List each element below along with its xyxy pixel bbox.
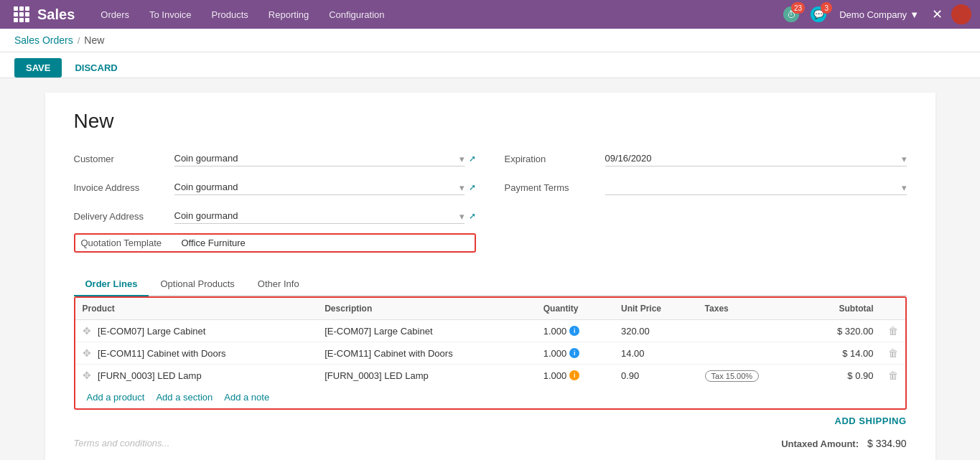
close-button[interactable]: ✕ <box>929 4 946 25</box>
apps-grid-button[interactable] <box>9 1 34 27</box>
save-button[interactable]: SAVE <box>14 58 62 78</box>
th-subtotal: Subtotal <box>803 298 880 320</box>
customer-field: ➚ <box>174 151 476 166</box>
delivery-address-external-link-icon[interactable]: ➚ <box>469 211 476 221</box>
delete-row-icon-2[interactable]: 🗑 <box>888 370 898 381</box>
customer-select-wrapper <box>174 151 465 166</box>
cell-subtotal-1: $ 14.00 <box>803 342 880 365</box>
drag-handle-1[interactable]: ✥ <box>83 347 91 359</box>
svg-point-1 <box>954 17 969 24</box>
tax-badge-2: Tax 15.00% <box>705 370 759 382</box>
right-fields: Expiration Payment Terms <box>505 147 907 258</box>
navbar-item-orders[interactable]: Orders <box>92 4 138 26</box>
clock-badge-count: 23 <box>791 2 805 14</box>
drag-handle-0[interactable]: ✥ <box>83 325 91 337</box>
add-product-button[interactable]: Add a product <box>87 392 145 403</box>
delivery-address-input[interactable] <box>174 208 465 224</box>
discard-button[interactable]: DISCARD <box>67 58 124 78</box>
cell-taxes-1[interactable] <box>698 342 803 365</box>
quotation-template-row: Quotation Template Office Furniture <box>74 233 476 253</box>
delete-row-icon-0[interactable]: 🗑 <box>888 325 898 337</box>
left-fields: Customer ➚ Invoice Address ➚ <box>74 147 476 258</box>
messages-badge-count: 3 <box>821 2 832 14</box>
table-row: ✥ [FURN_0003] LED Lamp [FURN_0003] LED L… <box>75 365 905 387</box>
cell-description-0[interactable]: [E-COM07] Large Cabinet <box>317 320 536 342</box>
company-selector[interactable]: Demo Company ▼ <box>835 6 923 23</box>
company-name: Demo Company <box>839 9 907 20</box>
breadcrumb-parent[interactable]: Sales Orders <box>14 34 73 46</box>
add-note-button[interactable]: Add a note <box>224 392 269 403</box>
quotation-template-value[interactable]: Office Furniture <box>182 238 246 248</box>
info-icon-2[interactable]: i <box>569 370 579 380</box>
untaxed-row: Untaxed Amount: $ 334.90 <box>781 438 906 449</box>
navbar-item-products[interactable]: Products <box>203 4 257 26</box>
table-footer: Add a product Add a section Add a note <box>75 386 905 408</box>
add-shipping-button[interactable]: ADD SHIPPING <box>835 416 907 426</box>
th-unit-price: Unit Price <box>614 298 698 320</box>
form-fields-grid: Customer ➚ Invoice Address ➚ <box>74 147 907 258</box>
invoice-address-external-link-icon[interactable]: ➚ <box>469 182 476 192</box>
navbar-item-configuration[interactable]: Configuration <box>320 4 393 26</box>
th-actions <box>881 298 905 320</box>
grid-icon <box>14 6 29 22</box>
tab-order-lines[interactable]: Order Lines <box>74 273 149 296</box>
cell-delete-1[interactable]: 🗑 <box>881 342 905 365</box>
cell-unit-price-1[interactable]: 14.00 <box>614 342 698 365</box>
payment-terms-row: Payment Terms <box>505 176 907 199</box>
invoice-address-field: ➚ <box>174 179 476 195</box>
delivery-address-label: Delivery Address <box>74 211 174 222</box>
cell-taxes-0[interactable] <box>698 320 803 342</box>
cell-quantity-1[interactable]: 1.000 i <box>536 342 614 365</box>
navbar: Sales Orders To Invoice Products Reporti… <box>0 0 980 29</box>
navbar-item-to-invoice[interactable]: To Invoice <box>141 4 200 26</box>
expiration-input[interactable] <box>605 151 907 166</box>
action-bar: SAVE DISCARD <box>0 52 980 78</box>
cell-unit-price-0[interactable]: 320.00 <box>614 320 698 342</box>
cell-product-2[interactable]: ✥ [FURN_0003] LED Lamp <box>75 365 318 387</box>
invoice-address-select-wrapper <box>174 179 465 195</box>
th-description: Description <box>317 298 536 320</box>
th-product: Product <box>75 298 318 320</box>
payment-terms-label: Payment Terms <box>505 182 605 193</box>
app-name[interactable]: Sales <box>37 6 75 23</box>
terms-placeholder[interactable]: Terms and conditions... <box>74 438 170 449</box>
terms-row: Terms and conditions... Untaxed Amount: … <box>74 432 907 455</box>
messages-button[interactable]: 💬 3 <box>808 4 829 25</box>
cell-quantity-0[interactable]: 1.000 i <box>536 320 614 342</box>
quotation-template-label: Quotation Template <box>81 238 182 248</box>
cell-product-1[interactable]: ✥ [E-COM11] Cabinet with Doors <box>75 342 318 365</box>
delivery-address-select-wrapper <box>174 208 465 224</box>
tab-optional-products[interactable]: Optional Products <box>149 273 246 296</box>
cell-delete-2[interactable]: 🗑 <box>881 365 905 387</box>
untaxed-value: $ 334.90 <box>867 438 907 449</box>
customer-row: Customer ➚ <box>74 147 476 170</box>
user-avatar[interactable] <box>951 4 971 24</box>
order-lines-body: ✥ [E-COM07] Large Cabinet [E-COM07] Larg… <box>75 320 905 387</box>
navbar-item-reporting[interactable]: Reporting <box>260 4 317 26</box>
th-quantity: Quantity <box>536 298 614 320</box>
cell-description-2[interactable]: [FURN_0003] LED Lamp <box>317 365 536 387</box>
info-icon-1[interactable]: i <box>569 348 579 358</box>
cell-delete-0[interactable]: 🗑 <box>881 320 905 342</box>
expiration-select-wrapper <box>605 151 907 166</box>
cell-taxes-2[interactable]: Tax 15.00% <box>698 365 803 387</box>
customer-input[interactable] <box>174 151 465 166</box>
delivery-address-field: ➚ <box>174 208 476 224</box>
cell-quantity-2[interactable]: 1.000 i <box>536 365 614 387</box>
cell-subtotal-0: $ 320.00 <box>803 320 880 342</box>
payment-terms-input[interactable] <box>605 179 907 195</box>
svg-point-0 <box>957 7 966 16</box>
info-icon-0[interactable]: i <box>569 326 579 336</box>
cell-product-0[interactable]: ✥ [E-COM07] Large Cabinet <box>75 320 318 342</box>
add-section-button[interactable]: Add a section <box>156 392 213 403</box>
invoice-address-input[interactable] <box>174 179 465 195</box>
customer-external-link-icon[interactable]: ➚ <box>469 154 476 164</box>
clock-notification-button[interactable]: ⏱ 23 <box>780 4 802 25</box>
cell-description-1[interactable]: [E-COM11] Cabinet with Doors <box>317 342 536 365</box>
tab-other-info[interactable]: Other Info <box>246 273 311 296</box>
cell-unit-price-2[interactable]: 0.90 <box>614 365 698 387</box>
delete-row-icon-1[interactable]: 🗑 <box>888 347 898 359</box>
drag-handle-2[interactable]: ✥ <box>83 370 91 381</box>
order-lines-table-wrapper: Product Description Quantity Unit Price … <box>74 296 907 410</box>
expiration-field <box>605 151 907 166</box>
